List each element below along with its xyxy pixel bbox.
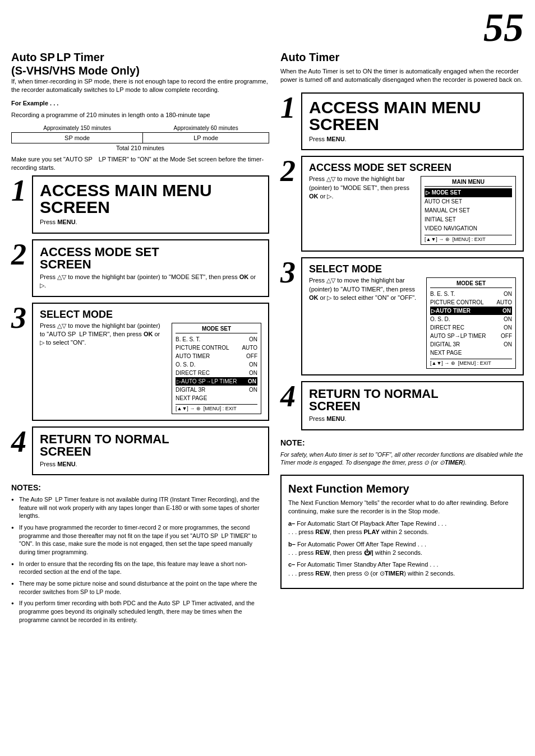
right-column: Auto Timer When the Auto Timer is set to…	[280, 50, 524, 628]
main-menu-item-videonav: VIDEO NAVIGATION	[425, 224, 512, 233]
step4-title-line1: RETURN TO NORMAL	[40, 433, 261, 446]
step3-title: SELECT MODE	[40, 309, 261, 319]
right-step4-desc: Press MENU.	[309, 415, 516, 423]
right-step3-content: SELECT MODE Press △▽ to move the highlig…	[301, 257, 524, 375]
nfm-item-b: b– For Automatic Power Off After Tape Re…	[288, 540, 516, 558]
step3-desc: Press △▽ to move the highlight bar (poin…	[40, 322, 166, 347]
step3-with-box: Press △▽ to move the highlight bar (poin…	[40, 319, 261, 414]
right-step3-desc: Press △▽ to move the highlight bar (poin…	[309, 276, 421, 302]
note-title: NOTE:	[280, 438, 524, 447]
step2-number: 2	[11, 239, 26, 270]
note-item-1: The Auto SP LP Timer feature is not avai…	[11, 495, 269, 520]
right-step1-number: 1	[280, 92, 296, 123]
main-menu-item-modeset: ▷ MODE SET	[425, 188, 512, 197]
for-example-label: For Example . . .	[11, 99, 269, 108]
nfm-item-c: c– For Automatic Timer Standby After Tap…	[288, 560, 516, 578]
right-step-2: 2 ACCESS MODE SET SCREEN Press △▽ to mov…	[280, 156, 524, 252]
right-section-title: Auto Timer	[280, 50, 524, 64]
note-item-5: If you perform timer recording with both…	[11, 599, 269, 624]
right-step1-title2: SCREEN	[309, 116, 516, 133]
mode-row-d3r: DIGITAL 3RON	[176, 386, 257, 394]
step1-content: ACCESS MAIN MENU SCREEN Press MENU.	[32, 175, 269, 233]
main-menu-title: MAIN MENU	[425, 179, 512, 187]
right-mode-row-dr: DIRECT RECON	[430, 323, 512, 332]
left-intro: If, when timer-recording in SP mode, the…	[11, 77, 269, 95]
right-step2-content: ACCESS MODE SET SCREEN Press △▽ to move …	[301, 156, 524, 252]
right-step4-title2: SCREEN	[309, 400, 516, 412]
right-mode-row-d3r: DIGITAL 3RON	[430, 340, 512, 349]
step1-desc: Press MENU.	[40, 218, 261, 226]
nfm-box: Next Function Memory The Next Function M…	[280, 475, 524, 589]
right-step3-with-box: Press △▽ to move the highlight bar (poin…	[309, 274, 516, 369]
right-intro: When the Auto Timer is set to ON the tim…	[280, 67, 524, 85]
right-step-3: 3 SELECT MODE Press △▽ to move the highl…	[280, 257, 524, 375]
left-mode-set-footer: [▲▼] → ⊛ [MENU] : EXIT	[176, 404, 257, 411]
left-step-2: 2 ACCESS MODE SET SCREEN Press △▽ to mov…	[11, 239, 269, 297]
step4-title-line2: SCREEN	[40, 446, 261, 458]
right-mode-row-autolp: AUTO SP→LP TIMEROFF	[430, 332, 512, 340]
mode-row-osd: O. S. D.ON	[176, 360, 257, 369]
right-mode-set-title: MODE SET	[430, 280, 512, 288]
main-menu-box: MAIN MENU ▷ MODE SET AUTO CH SET MANUAL …	[421, 176, 516, 245]
mode-row-pc: PICTURE CONTROLAUTO	[176, 344, 257, 352]
note-item-3: In order to ensure that the recording fi…	[11, 560, 269, 576]
left-mode-set-box: MODE SET B. E. S. T.ON PICTURE CONTROLAU…	[172, 323, 261, 414]
page-container: 55 Auto SP LP Timer (S-VHS/VHS Mode Only…	[0, 0, 535, 756]
step3-number: 3	[11, 303, 26, 333]
left-title-line3: (S-VHS/VHS Mode Only)	[11, 64, 140, 77]
left-step-1: 1 ACCESS MAIN MENU SCREEN Press MENU.	[11, 175, 269, 233]
left-step-4: 4 RETURN TO NORMAL SCREEN Press MENU.	[11, 426, 269, 475]
right-step4-number: 4	[280, 381, 296, 411]
main-menu-footer: [▲▼] → ⊛ [MENU] : EXIT	[425, 235, 512, 242]
right-step1-desc: Press MENU.	[309, 135, 516, 143]
step3-content: SELECT MODE Press △▽ to move the highlig…	[32, 303, 269, 421]
step1-number: 1	[11, 175, 26, 206]
left-step-3: 3 SELECT MODE Press △▽ to move the highl…	[11, 303, 269, 421]
right-mode-set-footer: [▲▼] → ⊛ [MENU] : EXIT	[430, 359, 512, 366]
table-total: Total 210 minutes	[12, 143, 269, 153]
nfm-intro: The Next Function Memory “tells” the rec…	[288, 499, 516, 516]
mode-row-np: NEXT PAGE	[176, 394, 257, 402]
table-header-left: Approximately 150 minutes	[12, 123, 143, 133]
for-example-text: Recording a programme of 210 minutes in …	[11, 111, 269, 119]
notes-title: NOTES:	[11, 483, 269, 492]
right-mode-row-pc: PICTURE CONTROLAUTO	[430, 298, 512, 307]
mode-row-at: AUTO TIMEROFF	[176, 352, 257, 360]
right-step2-with-box: Press △▽ to move the highlight bar (poin…	[309, 173, 516, 245]
notes-section: NOTES: The Auto SP LP Timer feature is n…	[11, 483, 269, 624]
right-step2-title: ACCESS MODE SET SCREEN	[309, 163, 516, 173]
step2-title-line1: ACCESS MODE SET	[40, 246, 261, 258]
table-header-right: Approximately 60 minutes	[143, 123, 269, 133]
table-cell-sp: SP mode	[12, 132, 143, 143]
mode-row-autolp: ▷AUTO SP→LP TIMERON	[176, 377, 257, 386]
step1-title-line2: SCREEN	[40, 199, 261, 216]
right-mode-set-box: MODE SET B. E. S. T.ON PICTURE CONTROLAU…	[426, 277, 516, 369]
right-mode-row-osd: O. S. D.ON	[430, 315, 512, 323]
make-sure-text: Make sure you set "AUTO SP LP TIMER" to …	[11, 155, 269, 173]
step4-desc: Press MENU.	[40, 460, 261, 469]
step1-title-line1: ACCESS MAIN MENU	[40, 182, 261, 199]
right-step-4: 4 RETURN TO NORMAL SCREEN Press MENU.	[280, 381, 524, 430]
main-menu-item-initial: INITIAL SET	[425, 215, 512, 224]
left-title-line1: Auto SP	[11, 51, 55, 63]
nfm-item-a: a– For Automatic Start Of Playback After…	[288, 520, 516, 537]
left-title-line2: LP Timer	[57, 51, 104, 63]
step2-content: ACCESS MODE SET SCREEN Press △▽ to move …	[32, 239, 269, 297]
right-step2-number: 2	[280, 156, 296, 186]
step4-number: 4	[11, 426, 26, 457]
step2-desc: Press △▽ to move the highlight bar (poin…	[40, 273, 261, 290]
main-menu-item-manualch: MANUAL CH SET	[425, 206, 512, 215]
step4-content: RETURN TO NORMAL SCREEN Press MENU.	[32, 426, 269, 475]
left-mode-set-title: MODE SET	[176, 326, 257, 333]
note-item-4: There may be some picture noise and soun…	[11, 579, 269, 596]
note-item-2: If you have programmed the recorder to t…	[11, 523, 269, 556]
left-column: Auto SP LP Timer (S-VHS/VHS Mode Only) I…	[11, 50, 269, 628]
right-step2-desc: Press △▽ to move the highlight bar (poin…	[309, 175, 415, 201]
right-step1-title1: ACCESS MAIN MENU	[309, 99, 516, 116]
right-step4-title1: RETURN TO NORMAL	[309, 388, 516, 400]
right-mode-row-np: NEXT PAGE	[430, 349, 512, 357]
mode-row-best: B. E. S. T.ON	[176, 335, 257, 344]
right-step1-content: ACCESS MAIN MENU SCREEN Press MENU.	[301, 92, 524, 150]
right-step3-title: SELECT MODE	[309, 264, 516, 274]
nfm-title: Next Function Memory	[288, 483, 516, 495]
